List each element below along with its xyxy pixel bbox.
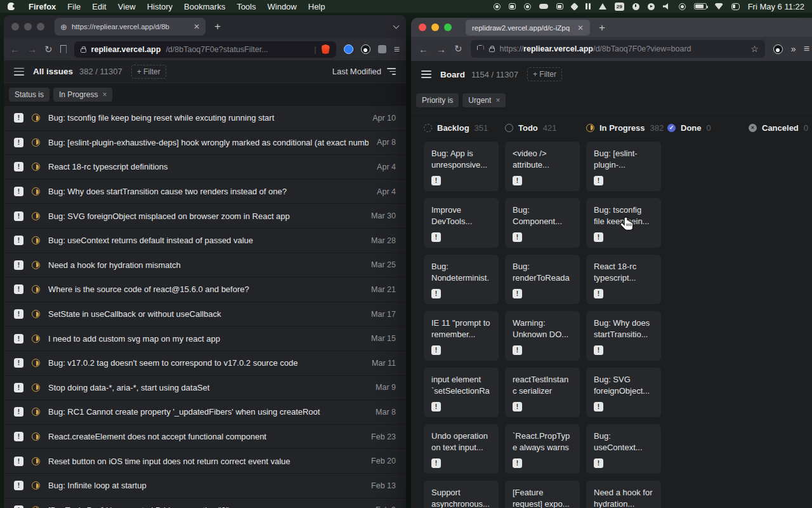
docker-icon[interactable] — [556, 3, 563, 10]
play-circle-icon[interactable] — [648, 3, 655, 10]
left-traffic-lights[interactable] — [11, 23, 44, 30]
battery-icon[interactable] — [694, 3, 707, 10]
filter-chip[interactable]: In Progress× — [53, 88, 112, 102]
extensions-puzzle-icon[interactable] — [378, 45, 386, 53]
issue-row[interactable]: !SetState in useCallback or without useC… — [4, 302, 406, 327]
kanban-card[interactable]: Warning: Unknown DO...! — [505, 311, 580, 361]
new-tab-button[interactable]: + — [214, 20, 221, 33]
cloud-icon[interactable] — [539, 4, 548, 9]
calendar-icon[interactable]: 29 — [615, 3, 624, 11]
remove-filter-icon[interactable]: × — [102, 90, 107, 99]
tracking-protection-shield-icon[interactable] — [477, 45, 484, 53]
kanban-card[interactable]: Improve DevTools...! — [424, 198, 499, 248]
minimize-window-button[interactable] — [431, 23, 439, 31]
close-tab-icon[interactable]: ✕ — [577, 23, 584, 32]
kanban-card[interactable]: Bug: tsconfig file keep bein...! — [586, 198, 661, 248]
right-traffic-lights[interactable] — [419, 23, 452, 31]
forward-button[interactable]: → — [27, 44, 37, 55]
assistant-icon[interactable] — [679, 3, 686, 10]
kanban-card[interactable]: Need a hook for hydration...! — [586, 481, 661, 508]
issue-row[interactable]: !Reset button on iOS time input does not… — [4, 449, 406, 474]
kanban-card[interactable]: Bug: Component...! — [505, 198, 580, 248]
issue-row[interactable]: !Bug: SVG foreignObject misplaced on bro… — [4, 204, 406, 229]
issue-row[interactable]: !Bug: Why does startTransition cause two… — [4, 180, 406, 204]
display-mirror-icon[interactable] — [509, 3, 516, 10]
issue-row[interactable]: !Bug: Infinite loop at startupFeb 13 — [4, 474, 406, 498]
bookmark-icon[interactable] — [60, 45, 67, 53]
kanban-card[interactable]: reactTestInstanc serializer! — [505, 368, 580, 417]
new-tab-button[interactable]: + — [599, 20, 605, 36]
close-window-button[interactable] — [11, 23, 19, 30]
menubar-item-edit[interactable]: Edit — [92, 2, 106, 11]
github-extension-icon[interactable] — [361, 44, 370, 54]
right-browser-tab[interactable]: replidraw2.vercel.app/d/c-iZpq ✕ — [466, 20, 590, 36]
kanban-card[interactable]: IE 11 "prompt to remember...! — [424, 311, 499, 361]
control-toggles-icon[interactable] — [731, 3, 740, 10]
kanban-card[interactable]: Bug: useContext...! — [586, 424, 661, 474]
menubar-item-file[interactable]: File — [67, 2, 81, 11]
forward-button[interactable]: → — [436, 44, 446, 55]
bookmark-star-icon[interactable]: ☆ — [750, 44, 759, 54]
sidebar-hamburger-icon[interactable] — [14, 68, 24, 76]
issue-row[interactable]: !Bug: tsconfig file keep being reset whi… — [4, 106, 406, 131]
issue-row[interactable]: !I need to add custom svg map on my reac… — [4, 326, 406, 351]
add-filter-button[interactable]: + Filter — [131, 65, 166, 79]
add-filter-button[interactable]: + Filter — [527, 67, 562, 81]
kanban-card[interactable]: Bug: SVG foreignObject...! — [586, 368, 661, 417]
sync-icon[interactable] — [524, 3, 531, 10]
minimize-window-button[interactable] — [24, 23, 32, 30]
reload-button[interactable]: ↻ — [454, 43, 462, 55]
close-window-button[interactable] — [419, 23, 426, 31]
kanban-card[interactable]: Bug: renderToReadab! — [505, 255, 580, 304]
alert-triangle-icon[interactable] — [599, 3, 606, 10]
close-tab-icon[interactable]: ✕ — [193, 22, 200, 31]
kanban-card[interactable]: Bug: Why does startTransitio...! — [586, 311, 661, 361]
menubar-clock[interactable]: Fri May 6 11:22 — [748, 2, 804, 11]
filter-chip[interactable]: Priority is — [416, 93, 459, 107]
apple-menu-icon[interactable] — [8, 3, 15, 10]
menubar-item-bookmarks[interactable]: Bookmarks — [184, 2, 225, 11]
menubar-item-window[interactable]: Window — [268, 2, 297, 11]
issue-row[interactable]: !Bug: v17.0.2 tag doesn't seem to corres… — [4, 351, 406, 376]
tab-overflow-chevron-icon[interactable] — [393, 23, 400, 29]
browser-menu-icon[interactable]: ≡ — [394, 44, 400, 55]
issue-row[interactable]: !Bug: RC1 Cannot create property '_updat… — [4, 400, 406, 425]
issue-row[interactable]: !Need a hook for hydration mismatchMar 2… — [4, 253, 406, 278]
stats-bars-icon[interactable] — [586, 3, 591, 10]
dropbox-icon[interactable] — [570, 3, 579, 11]
issue-row[interactable]: !Stop doing data-*, aria-*, start using … — [4, 376, 406, 401]
kanban-card[interactable]: <video /> attribute...! — [505, 142, 580, 191]
filter-chip[interactable]: Status is — [9, 88, 49, 102]
kanban-card[interactable]: input element `setSelectionRa! — [424, 368, 499, 417]
zoom-window-button[interactable] — [444, 23, 452, 31]
remove-filter-icon[interactable]: × — [495, 96, 500, 105]
menubar-item-view[interactable]: View — [118, 2, 136, 11]
left-browser-tab[interactable]: ⊕ https://repliear.vercel.app/d/8b ✕ — [55, 18, 206, 36]
right-url-bar[interactable]: https:// repliear.vercel.app /d/8bTaoq7F… — [471, 40, 765, 58]
back-button[interactable]: ← — [419, 44, 428, 55]
wifi-icon[interactable] — [715, 3, 723, 10]
browser-menu-icon[interactable]: ≡ — [804, 44, 809, 54]
issue-row[interactable]: ![DevTools Bug] Unsupported Bridge opera… — [4, 498, 406, 508]
issue-row[interactable]: !Where is the source code of react@15.6.… — [4, 277, 406, 302]
left-url-bar[interactable]: repliear.vercel.app /d/8bTaoq7F0e?status… — [74, 41, 336, 58]
kanban-card[interactable]: [Feature request] expo...! — [505, 481, 580, 508]
zoom-window-button[interactable] — [37, 23, 44, 30]
sidebar-hamburger-icon[interactable] — [421, 70, 431, 78]
issue-row[interactable]: !React 18-rc typescript definitionsApr 4 — [4, 155, 406, 180]
menubar-item-history[interactable]: History — [147, 2, 173, 11]
brave-shield-icon[interactable] — [322, 44, 330, 54]
menubar-item-tools[interactable]: Tools — [237, 2, 256, 11]
kanban-card[interactable]: `React.PropType always warns ab! — [505, 424, 580, 474]
kanban-card[interactable]: React 18-rc typescript...! — [586, 255, 661, 304]
issue-row[interactable]: !Bug: useContext returns default instead… — [4, 229, 406, 253]
issue-row[interactable]: !Bug: [eslint-plugin-exhaustive-deps] ho… — [4, 131, 406, 156]
back-button[interactable]: ← — [10, 44, 20, 55]
toolbar-overflow-icon[interactable]: » — [791, 44, 796, 54]
menubar-item-help[interactable]: Help — [308, 2, 325, 11]
onepassword-extension-icon[interactable] — [344, 44, 353, 54]
kanban-card[interactable]: Support asynchronous...! — [424, 481, 499, 508]
sort-control[interactable]: Last Modified — [332, 67, 396, 76]
menubar-app-name[interactable]: Firefox — [29, 2, 56, 11]
issue-row[interactable]: !React.createElement does not accept fun… — [4, 425, 406, 450]
